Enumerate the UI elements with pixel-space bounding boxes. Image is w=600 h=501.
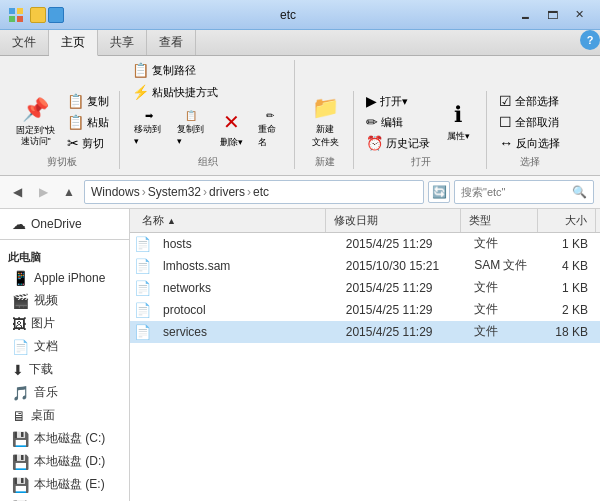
rename-button[interactable]: ✏ 重命名 bbox=[252, 106, 288, 153]
copypath-icon: 📋 bbox=[132, 62, 149, 78]
address-path[interactable]: Windows › System32 › drivers › etc bbox=[84, 180, 424, 204]
sidebar-item-onedrive[interactable]: ☁ OneDrive bbox=[0, 213, 129, 235]
search-input[interactable] bbox=[461, 186, 572, 198]
title-bar-icons bbox=[30, 7, 64, 23]
copy-to-button[interactable]: 📋 复制到▾ bbox=[171, 106, 212, 153]
history-button[interactable]: ⏰ 历史记录 bbox=[362, 133, 434, 153]
up-button[interactable]: ▲ bbox=[58, 181, 80, 203]
downloads-icon: ⬇ bbox=[12, 362, 24, 378]
search-box[interactable]: 🔍 bbox=[454, 180, 594, 204]
organize-buttons: 📋 复制路径 ⚡ 粘贴快捷方式 ➡ 移动到▾ 📋 复制到▾ bbox=[128, 60, 288, 153]
path-etc[interactable]: etc bbox=[253, 185, 269, 199]
ribbon-group-organize: 📋 复制路径 ⚡ 粘贴快捷方式 ➡ 移动到▾ 📋 复制到▾ bbox=[122, 60, 295, 169]
delete-button[interactable]: ✕ 删除▾ bbox=[214, 106, 250, 153]
sidebar-item-downloads[interactable]: ⬇ 下载 bbox=[0, 358, 129, 381]
title-icon-blue bbox=[48, 7, 64, 23]
forward-button: ▶ bbox=[32, 181, 54, 203]
help-button[interactable]: ? bbox=[580, 30, 600, 50]
music-icon: 🎵 bbox=[12, 385, 29, 401]
deselect-all-button[interactable]: ☐ 全部取消 bbox=[495, 112, 564, 132]
table-row[interactable]: 📄 services 2015/4/25 11:29 文件 18 KB bbox=[130, 321, 600, 343]
rename-icon: ✏ bbox=[266, 110, 274, 121]
new-folder-button[interactable]: 📁 新建文件夹 bbox=[303, 91, 347, 153]
title-icon-yellow bbox=[30, 7, 46, 23]
search-icon: 🔍 bbox=[572, 185, 587, 199]
table-row[interactable]: 📄 hosts 2015/4/25 11:29 文件 1 KB bbox=[130, 233, 600, 255]
table-row[interactable]: 📄 networks 2015/4/25 11:29 文件 1 KB bbox=[130, 277, 600, 299]
delete-icon: ✕ bbox=[223, 110, 240, 134]
sidebar-item-desktop[interactable]: 🖥 桌面 bbox=[0, 404, 129, 427]
path-system32[interactable]: System32 bbox=[148, 185, 201, 199]
move-to-button[interactable]: ➡ 移动到▾ bbox=[128, 106, 169, 153]
invertsel-icon: ↔ bbox=[499, 135, 513, 151]
pin-to-quickaccess-button[interactable]: 📌 固定到"快速访问" bbox=[10, 93, 61, 151]
paste-shortcut-button[interactable]: ⚡ 粘贴快捷方式 bbox=[128, 82, 222, 102]
ribbon-group-clipboard: 📌 固定到"快速访问" 📋 复制 📋 粘贴 ✂ 剪切 bbox=[4, 91, 120, 169]
refresh-button[interactable]: 🔄 bbox=[428, 181, 450, 203]
sidebar-item-documents[interactable]: 📄 文档 bbox=[0, 335, 129, 358]
sidebar-item-iphone[interactable]: 📱 Apple iPhone bbox=[0, 267, 129, 289]
tab-home[interactable]: 主页 bbox=[49, 30, 98, 56]
clipboard-label: 剪切板 bbox=[10, 153, 113, 169]
paste-icon: 📋 bbox=[67, 114, 84, 130]
file-icon: 📄 bbox=[134, 258, 151, 274]
edit-button[interactable]: ✏ 编辑 bbox=[362, 112, 434, 132]
svg-rect-2 bbox=[9, 16, 15, 22]
cut-icon: ✂ bbox=[67, 135, 79, 151]
select-all-button[interactable]: ☑ 全部选择 bbox=[495, 91, 564, 111]
tab-share[interactable]: 共享 bbox=[98, 30, 147, 55]
new-buttons: 📁 新建文件夹 bbox=[303, 91, 347, 153]
properties-button[interactable]: ℹ 属性▾ bbox=[436, 98, 480, 147]
col-header-size[interactable]: 大小 bbox=[538, 209, 596, 232]
svg-rect-0 bbox=[9, 8, 15, 14]
minimize-button[interactable]: 🗕 bbox=[512, 5, 538, 25]
open-button[interactable]: ▶ 打开▾ bbox=[362, 91, 434, 111]
invert-selection-button[interactable]: ↔ 反向选择 bbox=[495, 133, 564, 153]
file-name: networks bbox=[155, 281, 338, 295]
address-bar: ◀ ▶ ▲ Windows › System32 › drivers › etc… bbox=[0, 176, 600, 209]
col-header-date[interactable]: 修改日期 bbox=[326, 209, 461, 232]
copy-button[interactable]: 📋 复制 bbox=[63, 91, 113, 111]
ribbon-content: 📌 固定到"快速访问" 📋 复制 📋 粘贴 ✂ 剪切 bbox=[0, 56, 600, 175]
file-name: hosts bbox=[155, 237, 338, 251]
cut-button[interactable]: ✂ 剪切 bbox=[63, 133, 113, 153]
selectall-icon: ☑ bbox=[499, 93, 512, 109]
sidebar: ☁ OneDrive 此电脑 📱 Apple iPhone 🎬 视频 🖼 图片 … bbox=[0, 209, 130, 501]
open-icon: ▶ bbox=[366, 93, 377, 109]
copyto-icon: 📋 bbox=[185, 110, 197, 121]
sidebar-item-drive-f[interactable]: 💾 本地磁盘 (F:) bbox=[0, 496, 129, 501]
col-header-name[interactable]: 名称 ▲ bbox=[134, 209, 326, 232]
file-type: 文件 bbox=[466, 279, 540, 296]
maximize-button[interactable]: 🗖 bbox=[539, 5, 565, 25]
sidebar-item-drive-d[interactable]: 💾 本地磁盘 (D:) bbox=[0, 450, 129, 473]
ribbon-group-new: 📁 新建文件夹 新建 bbox=[297, 91, 354, 169]
paste-button[interactable]: 📋 粘贴 bbox=[63, 112, 113, 132]
path-drivers[interactable]: drivers bbox=[209, 185, 245, 199]
sidebar-item-drive-c[interactable]: 💾 本地磁盘 (C:) bbox=[0, 427, 129, 450]
tab-file[interactable]: 文件 bbox=[0, 30, 49, 55]
pictures-icon: 🖼 bbox=[12, 316, 26, 332]
path-windows[interactable]: Windows bbox=[91, 185, 140, 199]
table-row[interactable]: 📄 lmhosts.sam 2015/10/30 15:21 SAM 文件 4 … bbox=[130, 255, 600, 277]
sidebar-item-drive-e[interactable]: 💾 本地磁盘 (E:) bbox=[0, 473, 129, 496]
table-row[interactable]: 📄 protocol 2015/4/25 11:29 文件 2 KB bbox=[130, 299, 600, 321]
sidebar-item-music[interactable]: 🎵 音乐 bbox=[0, 381, 129, 404]
sidebar-item-pictures[interactable]: 🖼 图片 bbox=[0, 312, 129, 335]
file-date: 2015/10/30 15:21 bbox=[338, 259, 466, 273]
copy-path-button[interactable]: 📋 复制路径 bbox=[128, 60, 200, 80]
drive-c-icon: 💾 bbox=[12, 431, 29, 447]
file-size: 18 KB bbox=[540, 325, 596, 339]
ribbon-group-select: ☑ 全部选择 ☐ 全部取消 ↔ 反向选择 选择 bbox=[489, 91, 570, 169]
file-date: 2015/4/25 11:29 bbox=[338, 281, 466, 295]
newfolder-icon: 📁 bbox=[312, 95, 339, 121]
pin-icon: 📌 bbox=[22, 97, 49, 123]
back-button[interactable]: ◀ bbox=[6, 181, 28, 203]
tab-view[interactable]: 查看 bbox=[147, 30, 196, 55]
sidebar-item-videos[interactable]: 🎬 视频 bbox=[0, 289, 129, 312]
window-icon bbox=[8, 7, 24, 23]
desktop-icon: 🖥 bbox=[12, 408, 26, 424]
select-buttons: ☑ 全部选择 ☐ 全部取消 ↔ 反向选择 bbox=[495, 91, 564, 153]
col-header-type[interactable]: 类型 bbox=[461, 209, 538, 232]
file-name: services bbox=[155, 325, 338, 339]
close-button[interactable]: ✕ bbox=[566, 5, 592, 25]
